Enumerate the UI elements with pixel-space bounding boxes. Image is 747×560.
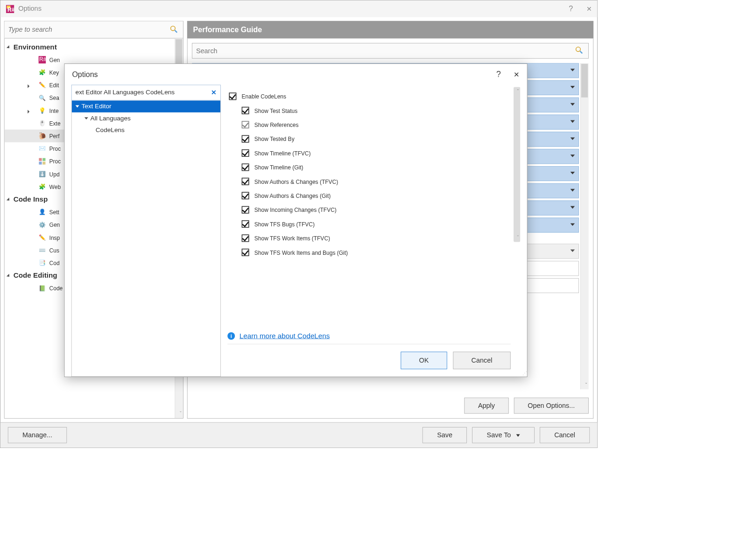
window-title: Options xyxy=(18,5,42,13)
checkbox[interactable] xyxy=(242,107,249,114)
info-icon: i xyxy=(227,332,235,340)
option-label: Show References xyxy=(254,121,299,128)
option-row[interactable]: Show TFS Work Items (TFVC) xyxy=(229,231,509,245)
option-label: Show Authors & Changes (TFVC) xyxy=(254,178,338,185)
option-label: Show Tested By xyxy=(254,136,295,142)
svg-point-3 xyxy=(171,26,176,31)
svg-line-4 xyxy=(175,30,177,32)
perf-search[interactable] xyxy=(192,43,589,59)
outer-options-window: R# Options ? ✕ Environment R#Gen 🧩Key ✏️… xyxy=(0,0,598,448)
option-row[interactable]: Show Tested By xyxy=(229,132,509,146)
svg-line-12 xyxy=(580,51,582,54)
options-search[interactable] xyxy=(5,21,183,39)
svg-text:R#: R# xyxy=(39,56,46,63)
save-button[interactable]: Save xyxy=(423,427,467,443)
svg-text:R#: R# xyxy=(7,6,14,13)
option-row[interactable]: Show Authors & Changes (Git) xyxy=(229,189,509,203)
resharper-icon: R# xyxy=(6,4,14,13)
ok-button[interactable]: OK xyxy=(401,352,447,370)
modal-cancel-button[interactable]: Cancel xyxy=(453,352,510,370)
search-icon xyxy=(169,25,179,35)
checkbox[interactable] xyxy=(242,149,249,157)
resize-grip[interactable]: ⋰ xyxy=(522,371,526,376)
option-label: Show Authors & Changes (Git) xyxy=(254,192,331,199)
option-label: Show Timeline (Git) xyxy=(254,164,303,171)
modal-scrollbar[interactable]: ˆˇ xyxy=(514,87,520,242)
option-row[interactable]: Show Test Status xyxy=(229,104,509,118)
checkbox[interactable] xyxy=(242,121,249,128)
svg-rect-9 xyxy=(39,161,42,164)
checkbox[interactable] xyxy=(242,192,249,199)
learn-more-link[interactable]: Learn more about CodeLens xyxy=(240,332,330,340)
save-to-button[interactable]: Save To xyxy=(472,427,534,443)
search-icon xyxy=(575,46,585,56)
checkbox[interactable] xyxy=(242,206,249,214)
checkbox[interactable] xyxy=(229,92,236,100)
option-label: Show TFS Work Items (TFVC) xyxy=(254,235,330,242)
modal-help-button[interactable]: ? xyxy=(496,70,501,79)
option-row[interactable]: Show Authors & Changes (TFVC) xyxy=(229,175,509,189)
close-button[interactable]: ✕ xyxy=(586,5,592,13)
vs-options-dialog: Options ? ✕ ext Editor All Languages Cod… xyxy=(64,63,528,377)
codelens-options: Enable CodeLensShow Test StatusShow Refe… xyxy=(227,85,520,327)
tree-cat-environment[interactable]: Environment xyxy=(5,41,183,53)
option-row[interactable]: Show TFS Bugs (TFVC) xyxy=(229,217,509,231)
modal-close-button[interactable]: ✕ xyxy=(514,70,520,78)
option-row[interactable]: Show TFS Work Items and Bugs (Git) xyxy=(229,245,509,259)
svg-rect-10 xyxy=(42,161,45,164)
manage-button[interactable]: Manage... xyxy=(8,427,67,443)
modal-search[interactable]: ext Editor All Languages CodeLens ✕ xyxy=(71,85,221,101)
option-label: Show TFS Work Items and Bugs (Git) xyxy=(254,249,348,256)
svg-point-11 xyxy=(576,47,581,52)
option-label: Show TFS Bugs (TFVC) xyxy=(254,221,315,227)
clear-search-icon[interactable]: ✕ xyxy=(211,89,217,97)
option-row[interactable]: Enable CodeLens xyxy=(229,89,509,103)
modal-search-text: ext Editor All Languages CodeLens xyxy=(76,89,175,96)
option-row[interactable]: Show Timeline (TFVC) xyxy=(229,146,509,160)
checkbox[interactable] xyxy=(242,135,249,143)
options-search-input[interactable] xyxy=(8,26,170,34)
modal-tree-codelens[interactable]: CodeLens xyxy=(72,124,220,136)
option-row[interactable]: Show Incoming Changes (TFVC) xyxy=(229,203,509,217)
option-label: Show Test Status xyxy=(254,107,298,114)
help-button[interactable]: ? xyxy=(569,5,573,13)
option-label: Enable CodeLens xyxy=(242,93,286,100)
cancel-button[interactable]: Cancel xyxy=(540,427,590,443)
svg-rect-8 xyxy=(42,158,45,161)
option-label: Show Incoming Changes (TFVC) xyxy=(254,207,337,213)
titlebar: R# Options ? ✕ xyxy=(0,0,597,17)
modal-tree-text-editor[interactable]: Text Editor xyxy=(72,100,220,112)
modal-tree[interactable]: Text Editor All Languages CodeLens xyxy=(71,100,221,377)
footer: Manage... Save Save To Cancel xyxy=(0,422,597,448)
checkbox[interactable] xyxy=(242,249,249,256)
perf-search-input[interactable] xyxy=(196,47,575,55)
option-row[interactable]: Show References xyxy=(229,118,509,132)
open-options-button[interactable]: Open Options... xyxy=(514,398,589,413)
performance-guide-header: Performance Guide xyxy=(187,21,593,39)
checkbox[interactable] xyxy=(242,163,249,171)
checkbox[interactable] xyxy=(242,234,249,242)
modal-title: Options xyxy=(72,70,98,78)
modal-tree-all-languages[interactable]: All Languages xyxy=(72,112,220,125)
right-scrollbar[interactable]: ˆˇ xyxy=(580,63,589,389)
checkbox[interactable] xyxy=(242,178,249,185)
apply-button[interactable]: Apply xyxy=(464,398,508,413)
option-label: Show Timeline (TFVC) xyxy=(254,150,311,156)
option-row[interactable]: Show Timeline (Git) xyxy=(229,160,509,174)
modal-titlebar: Options ? ✕ xyxy=(64,64,527,85)
checkbox[interactable] xyxy=(242,220,249,228)
svg-rect-7 xyxy=(39,158,42,161)
